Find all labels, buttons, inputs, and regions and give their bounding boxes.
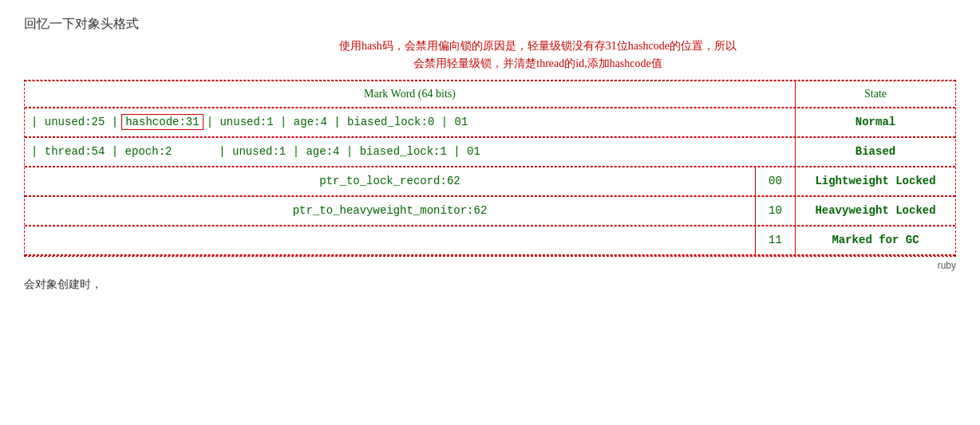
annotation-line1: 使用hash码，会禁用偏向锁的原因是，轻量级锁没有存31位hashcode的位置…	[339, 40, 737, 52]
table-header-row: Mark Word (64 bits) State	[25, 81, 955, 108]
row3-main: ptr_to_lock_record:62	[25, 167, 756, 195]
row4-main: ptr_to_heavyweight_monitor:62	[25, 197, 756, 225]
pipe-icon: | unused:25 |	[31, 116, 118, 128]
row5-main	[25, 226, 756, 254]
row4-state: Heavyweight Locked	[796, 197, 955, 225]
row4-bits: 10	[756, 197, 796, 225]
ruby-label: ruby	[24, 260, 956, 271]
page-title: 回忆一下对象头格式	[24, 16, 956, 33]
row1-state: Normal	[796, 108, 955, 136]
table-row: | unused:25 | hashcode:31 | unused:1 | a…	[25, 108, 955, 137]
row5-bits: 11	[756, 226, 796, 254]
bottom-text: 会对象创建时，	[24, 277, 956, 292]
row2-state: Biased	[796, 138, 955, 166]
header-state: State	[796, 81, 955, 107]
row5-state: Marked for GC	[796, 226, 955, 254]
table-row: ptr_to_heavyweight_monitor:62 10 Heavywe…	[25, 197, 955, 226]
row1-left: | unused:25 | hashcode:31 | unused:1 | a…	[25, 108, 796, 136]
table-wrapper: Mark Word (64 bits) State | unused:25 | …	[24, 80, 956, 257]
header-markword: Mark Word (64 bits)	[25, 81, 796, 107]
row1-rest: | unused:1 | age:4 | biased_lock:0 | 01	[207, 116, 468, 128]
table-row: ptr_to_lock_record:62 00 Lightweight Loc…	[25, 167, 955, 196]
row3-state: Lightweight Locked	[796, 167, 955, 195]
row2-left: | thread:54 | epoch:2 | unused:1 | age:4…	[25, 138, 796, 166]
annotation: 使用hash码，会禁用偏向锁的原因是，轻量级锁没有存31位hashcode的位置…	[24, 37, 956, 73]
table-row: 11 Marked for GC	[25, 226, 955, 255]
annotation-line2: 会禁用轻量级锁，并清楚thread的id,添加hashcode值	[413, 57, 662, 69]
table-row: | thread:54 | epoch:2 | unused:1 | age:4…	[25, 138, 955, 167]
row3-bits: 00	[756, 167, 796, 195]
hashcode-box: hashcode:31	[121, 114, 203, 130]
